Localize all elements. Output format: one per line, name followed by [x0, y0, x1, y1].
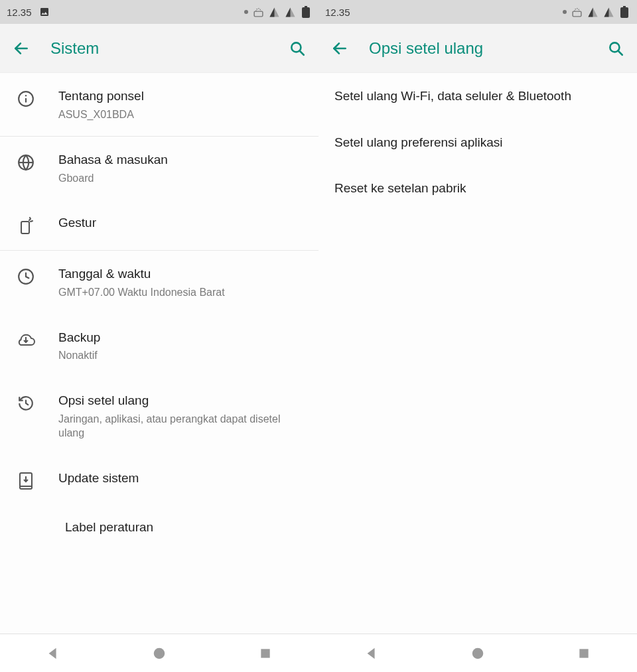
svg-point-15 — [154, 647, 165, 659]
right-screen: 12.35 Opsi setel ulang — [318, 0, 637, 672]
battery-icon — [300, 6, 312, 18]
item-backup[interactable]: Backup Nonaktif — [0, 314, 318, 377]
svg-point-6 — [25, 95, 27, 96]
left-screen: 12.35 Sistem — [0, 0, 318, 672]
search-button[interactable] — [287, 38, 308, 59]
item-subtitle: Jaringan, aplikasi, atau perangkat dapat… — [58, 412, 307, 440]
system-update-icon — [16, 471, 36, 491]
svg-rect-16 — [261, 649, 269, 657]
status-time: 12.35 — [325, 7, 350, 18]
item-title: Bahasa & masukan — [58, 151, 307, 168]
globe-icon — [16, 153, 36, 172]
back-button[interactable] — [329, 38, 350, 59]
battery-icon — [618, 6, 630, 18]
item-title: Setel ulang preferensi aplikasi — [334, 135, 503, 149]
item-reset-app-prefs[interactable]: Setel ulang preferensi aplikasi — [318, 119, 637, 166]
svg-rect-0 — [254, 11, 263, 17]
item-gestures[interactable]: Gestur — [0, 200, 318, 251]
item-title: Reset ke setelan pabrik — [334, 181, 466, 195]
item-subtitle: Nonaktif — [58, 348, 307, 363]
item-title: Tanggal & waktu — [58, 265, 307, 283]
reset-options-list: Setel ulang Wi-Fi, data seluler & Blueto… — [318, 73, 637, 634]
svg-rect-17 — [573, 11, 581, 17]
svg-rect-22 — [579, 649, 588, 657]
gesture-icon — [16, 216, 36, 235]
item-title: Gestur — [58, 214, 307, 232]
svg-point-21 — [472, 647, 484, 659]
item-language-input[interactable]: Bahasa & masukan Gboard — [0, 137, 318, 200]
svg-line-20 — [618, 50, 622, 54]
page-title: Sistem — [50, 39, 268, 58]
item-title: Tentang ponsel — [58, 88, 307, 105]
item-title: Setel ulang Wi-Fi, data seluler & Blueto… — [334, 89, 571, 103]
search-button[interactable] — [605, 38, 626, 59]
dot-icon — [244, 10, 248, 14]
item-reset-network[interactable]: Setel ulang Wi-Fi, data seluler & Blueto… — [318, 73, 637, 119]
nav-recents-button[interactable] — [253, 641, 277, 665]
item-title: Label peraturan — [65, 520, 153, 534]
cloud-download-icon — [16, 330, 36, 350]
app-bar: Sistem — [0, 24, 318, 73]
restore-icon — [16, 393, 36, 413]
nav-bar — [0, 634, 318, 672]
signal-icon — [268, 6, 280, 18]
settings-list: Tentang ponsel ASUS_X01BDA Bahasa & masu… — [0, 73, 318, 634]
item-subtitle: GMT+07.00 Waktu Indonesia Barat — [58, 285, 307, 300]
volte-icon — [571, 6, 583, 18]
item-about-phone[interactable]: Tentang ponsel ASUS_X01BDA — [0, 73, 318, 137]
svg-rect-9 — [21, 222, 29, 234]
signal-icon — [587, 6, 599, 18]
status-time: 12.35 — [7, 7, 32, 18]
item-reset-options[interactable]: Opsi setel ulang Jaringan, aplikasi, ata… — [0, 377, 318, 455]
item-factory-reset[interactable]: Reset ke setelan pabrik — [318, 165, 637, 212]
app-bar: Opsi setel ulang — [318, 24, 637, 73]
svg-line-3 — [299, 50, 303, 54]
dot-icon — [563, 10, 567, 14]
item-date-time[interactable]: Tanggal & waktu GMT+07.00 Waktu Indonesi… — [0, 251, 318, 314]
item-subtitle: ASUS_X01BDA — [58, 107, 307, 122]
volte-icon — [252, 6, 264, 18]
nav-bar — [318, 634, 637, 672]
nav-back-button[interactable] — [41, 641, 65, 665]
status-bar: 12.35 — [0, 0, 318, 24]
nav-home-button[interactable] — [147, 641, 171, 665]
page-title: Opsi setel ulang — [369, 39, 587, 58]
item-system-update[interactable]: Update sistem — [0, 455, 318, 505]
nav-back-button[interactable] — [360, 641, 384, 665]
clock-icon — [16, 267, 36, 287]
nav-recents-button[interactable] — [572, 641, 596, 665]
item-subtitle: Gboard — [58, 171, 307, 186]
item-regulatory-labels[interactable]: Label peraturan — [0, 505, 318, 549]
item-title: Update sistem — [58, 470, 307, 487]
nav-home-button[interactable] — [466, 641, 490, 665]
status-bar: 12.35 — [318, 0, 637, 24]
image-icon — [38, 6, 50, 18]
item-title: Backup — [58, 329, 307, 346]
back-button[interactable] — [11, 38, 32, 59]
signal-icon — [602, 6, 614, 18]
info-icon — [16, 89, 36, 109]
item-title: Opsi setel ulang — [58, 392, 307, 409]
signal-icon — [284, 6, 296, 18]
